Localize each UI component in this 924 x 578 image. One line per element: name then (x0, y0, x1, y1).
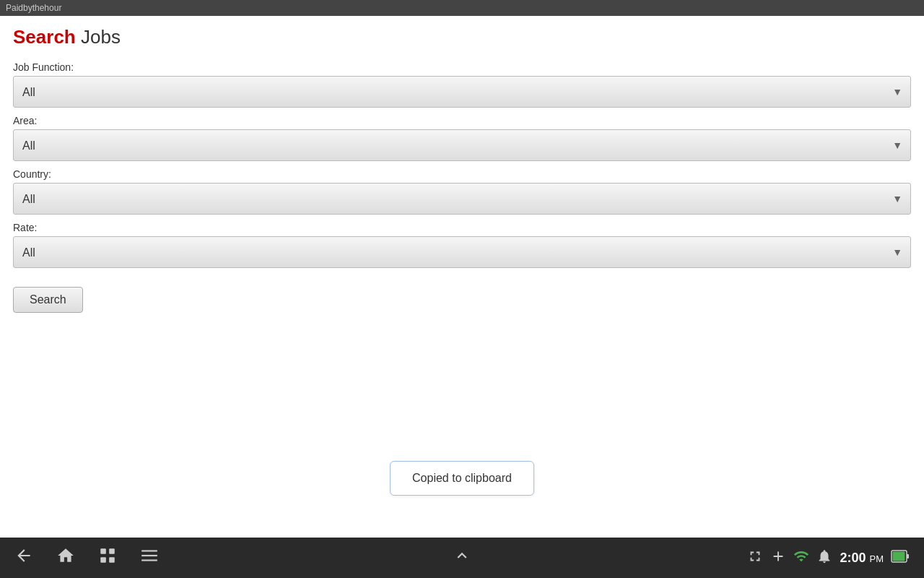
notification-icon (816, 548, 832, 568)
rate-select[interactable]: All (13, 236, 911, 268)
top-bar: Paidbythehour (0, 0, 924, 16)
job-function-label: Job Function: (13, 61, 911, 73)
svg-rect-3 (109, 557, 115, 563)
svg-rect-6 (141, 559, 157, 561)
svg-rect-1 (109, 548, 115, 554)
battery-svg (891, 548, 910, 564)
rate-label: Rate: (13, 222, 911, 233)
add-svg (770, 548, 786, 564)
wifi-icon (793, 548, 809, 567)
clipboard-toast-text: Copied to clipboard (412, 472, 512, 484)
fullscreen-svg (747, 548, 763, 564)
status-icons: 2:00 PM (747, 548, 910, 568)
app-title: Paidbythehour (6, 3, 61, 13)
clipboard-toast: Copied to clipboard (390, 461, 534, 496)
area-group: Area: All (13, 115, 911, 161)
notification-svg (816, 548, 832, 564)
wifi-svg (793, 548, 809, 564)
job-function-select-wrapper: All (13, 76, 911, 108)
svg-rect-8 (907, 554, 909, 558)
add-icon[interactable] (770, 548, 786, 568)
country-select[interactable]: All (13, 183, 911, 215)
home-svg (56, 546, 75, 565)
rate-group: Rate: All (13, 222, 911, 268)
country-group: Country: All (13, 168, 911, 215)
status-time: 2:00 PM (840, 551, 884, 566)
title-search-part: Search (13, 26, 76, 48)
back-icon[interactable] (14, 546, 33, 569)
menu-icon[interactable] (140, 546, 159, 569)
country-label: Country: (13, 168, 911, 180)
bottom-bar: 2:00 PM (0, 538, 924, 578)
main-content: Search Jobs Job Function: All Area: All … (0, 16, 924, 323)
job-function-group: Job Function: All (13, 61, 911, 108)
job-function-select[interactable]: All (13, 76, 911, 108)
menu-svg (140, 546, 159, 565)
page-title: Search Jobs (13, 26, 911, 48)
title-jobs-part: Jobs (76, 26, 121, 48)
svg-rect-5 (141, 555, 157, 556)
back-svg (14, 546, 33, 565)
rate-select-wrapper: All (13, 236, 911, 268)
svg-rect-0 (100, 548, 106, 554)
area-select[interactable]: All (13, 129, 911, 161)
svg-rect-4 (141, 550, 157, 551)
fullscreen-icon[interactable] (747, 548, 763, 568)
search-button[interactable]: Search (13, 287, 83, 313)
country-select-wrapper: All (13, 183, 911, 215)
recent-svg (98, 546, 117, 565)
battery-icon (891, 548, 910, 568)
svg-rect-2 (100, 557, 106, 563)
left-nav-icons (14, 546, 159, 569)
svg-rect-9 (893, 551, 905, 561)
recent-apps-icon[interactable] (98, 546, 117, 569)
area-label: Area: (13, 115, 911, 126)
up-chevron-icon[interactable] (453, 546, 471, 569)
area-select-wrapper: All (13, 129, 911, 161)
up-chevron-svg (453, 546, 471, 565)
home-icon[interactable] (56, 546, 75, 569)
